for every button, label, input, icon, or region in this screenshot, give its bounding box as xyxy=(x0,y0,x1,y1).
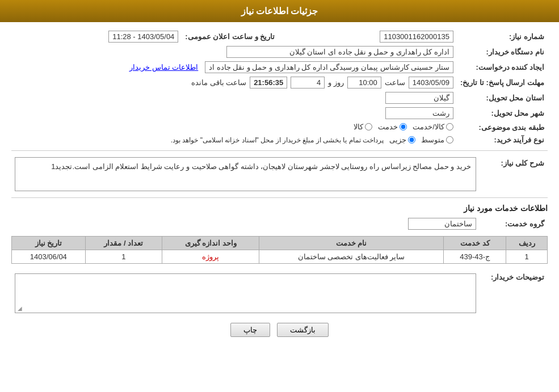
back-button[interactable]: بازگشت xyxy=(277,323,329,337)
buyer-label: نام دستگاه خریدار: xyxy=(457,44,548,60)
radio-kala-input[interactable] xyxy=(365,123,372,130)
buttons-row: بازگشت چاپ xyxy=(11,323,548,337)
province-value: گیلان xyxy=(385,92,453,104)
radio-kala-khadamat-input[interactable] xyxy=(446,123,453,130)
cell-unit: پروژه xyxy=(162,250,259,264)
service-table: ردیف کد خدمت نام خدمت واحد اندازه گیری ت… xyxy=(11,236,548,264)
col-service-code: کد خدمت xyxy=(444,237,506,250)
divider-2 xyxy=(11,197,548,198)
city-value: رشت xyxy=(385,107,453,119)
deadline-remaining-label: ساعت باقی مانده xyxy=(191,78,246,87)
city-label: شهر محل تحویل: xyxy=(457,106,548,121)
page-header: جزئیات اطلاعات نیاز xyxy=(0,0,559,22)
resize-icon: ◢ xyxy=(18,305,22,311)
category-options: کالا/خدمت خدمت کالا xyxy=(11,121,457,134)
deadline-remaining: 21:56:35 xyxy=(250,77,287,88)
process-row: متوسط جزیی پرداخت تمام یا بخشی از مبلغ خ… xyxy=(11,134,457,146)
date-value-cell: 1403/05/04 - 11:28 xyxy=(11,29,182,44)
radio-kala-khadamat[interactable]: کالا/خدمت xyxy=(413,123,453,131)
order-number-value: 1103001162000135 xyxy=(380,31,453,43)
print-button[interactable]: چاپ xyxy=(230,323,270,337)
cell-service-code: ج-43-439 xyxy=(444,250,506,264)
cell-quantity: 1 xyxy=(85,250,162,264)
radio-jozyi-label: جزیی xyxy=(389,136,406,144)
deadline-row: 1403/05/09 ساعت 10:00 روز و 4 21:56:35 س… xyxy=(11,75,457,90)
date-label: تاریخ و ساعت اعلان عمومی: xyxy=(182,29,278,44)
creator-value-cell: ستار حسینی کارشناس پیمان ورسیدگی اداره ک… xyxy=(11,60,457,75)
divider-1 xyxy=(11,150,548,151)
deadline-label: مهلت ارسال پاسخ: تا تاریخ: xyxy=(457,75,548,90)
buyer-value: اداره کل راهداری و حمل و نقل جاده ای است… xyxy=(226,46,453,58)
order-number-label: شماره نیاز: xyxy=(457,29,548,44)
creator-value: ستار حسینی کارشناس پیمان ورسیدگی اداره ک… xyxy=(205,61,453,73)
creator-link[interactable]: اطلاعات تماس خریدار xyxy=(129,63,198,71)
cell-row-num: 1 xyxy=(506,250,548,264)
service-group-value: ساختمان xyxy=(408,218,476,230)
col-service-name: نام خدمت xyxy=(259,237,444,250)
radio-jozyi[interactable]: جزیی xyxy=(389,136,415,144)
order-number-value-cell: 1103001162000135 xyxy=(278,29,457,44)
radio-kala-khadamat-label: کالا/خدمت xyxy=(413,123,444,131)
radio-motevaset-input[interactable] xyxy=(446,136,453,144)
description-box: خرید و حمل مصالح زیراساس راه روستایی لاج… xyxy=(15,157,476,191)
col-row-num: ردیف xyxy=(506,237,548,250)
creator-label: ایجاد کننده درخواست: xyxy=(457,60,548,75)
radio-khadamat-label: خدمت xyxy=(378,123,398,131)
service-group-label: گروه خدمت: xyxy=(480,216,548,231)
province-value-cell: گیلان xyxy=(11,90,457,106)
deadline-day-label: روز و xyxy=(328,78,344,87)
buyer-notes-label: توضیحات خریدار: xyxy=(480,269,548,315)
buyer-notes-box: ◢ xyxy=(15,273,476,313)
table-row: 1ج-43-439سایر فعالیت‌های تخصصی ساختمانپر… xyxy=(12,250,548,264)
category-label: طبقه بندی موضوعی: xyxy=(457,121,548,134)
radio-khadamat[interactable]: خدمت xyxy=(378,123,407,131)
radio-jozyi-input[interactable] xyxy=(408,136,415,144)
deadline-date: 1403/05/09 xyxy=(409,77,453,88)
service-group-value-cell: ساختمان xyxy=(11,216,480,231)
col-date: تاریخ نیاز xyxy=(12,237,86,250)
process-label: نوع فرآیند خرید: xyxy=(457,134,548,146)
description-value-cell: خرید و حمل مصالح زیراساس راه روستایی لاج… xyxy=(11,155,480,193)
deadline-time: 10:00 xyxy=(347,77,381,88)
province-label: استان محل تحویل: xyxy=(457,90,548,106)
buyer-notes-cell: ◢ xyxy=(11,269,480,315)
city-value-cell: رشت xyxy=(11,106,457,121)
page-title: جزئیات اطلاعات نیاز xyxy=(241,6,318,16)
radio-kala[interactable]: کالا xyxy=(354,123,372,131)
services-section-title: اطلاعات خدمات مورد نیاز xyxy=(11,204,548,213)
deadline-time-label: ساعت xyxy=(385,78,405,87)
description-text: خرید و حمل مصالح زیراساس راه روستایی لاج… xyxy=(51,162,471,171)
buyer-value-cell: اداره کل راهداری و حمل و نقل جاده ای است… xyxy=(11,44,457,60)
cell-service-name: سایر فعالیت‌های تخصصی ساختمان xyxy=(259,250,444,264)
date-value: 1403/05/04 - 11:28 xyxy=(108,31,178,43)
radio-motevaset[interactable]: متوسط xyxy=(421,136,453,144)
radio-khadamat-input[interactable] xyxy=(400,123,407,130)
radio-motevaset-label: متوسط xyxy=(421,136,444,144)
description-label: شرح کلی نیاز: xyxy=(480,155,548,193)
col-unit: واحد اندازه گیری xyxy=(162,237,259,250)
deadline-days: 4 xyxy=(291,77,325,88)
process-note: پرداخت تمام یا بخشی از مبلغ خریدار از مح… xyxy=(171,136,384,144)
col-quantity: تعداد / مقدار xyxy=(85,237,162,250)
cell-date: 1403/06/04 xyxy=(12,250,86,264)
radio-kala-label: کالا xyxy=(354,123,363,131)
